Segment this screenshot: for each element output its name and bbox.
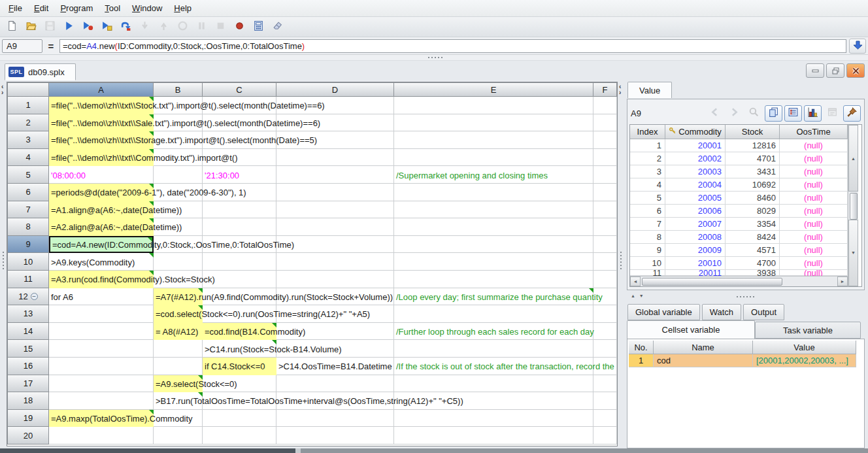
variable-row-cod[interactable]: 1cod[20001,20002,20003, ...]: [629, 354, 863, 367]
cell-B5[interactable]: [154, 166, 203, 184]
value-row-6[interactable]: 6200068029(null): [630, 205, 848, 218]
row-header-12[interactable]: 12−: [7, 288, 49, 306]
value-row-4[interactable]: 42000410692(null): [630, 178, 848, 192]
breakpoint-button[interactable]: [232, 20, 246, 34]
cell-E14-content[interactable]: /Further loop through each sales record …: [394, 323, 593, 341]
menu-tool[interactable]: Tool: [99, 1, 126, 15]
value-row-11[interactable]: 11200113938(null): [630, 270, 848, 276]
tab-cellset-variable[interactable]: Cellset variable: [627, 320, 755, 339]
row-header-19[interactable]: 19: [7, 410, 49, 428]
detail-view-button[interactable]: [784, 105, 802, 122]
tab-task-variable[interactable]: Task variable: [755, 322, 861, 339]
scrollbar-thumb[interactable]: [850, 193, 858, 219]
cell-A3-content[interactable]: =file("..\\demo\\zh\\txt\\Storage.txt").…: [49, 131, 154, 149]
cell-A1-content[interactable]: =file("..\\demo\\zh\\txt\\Stock.txt").im…: [49, 97, 154, 114]
row-header-7[interactable]: 7: [7, 201, 49, 219]
clear-button[interactable]: [270, 20, 284, 34]
value-row-2[interactable]: 2200024701(null): [630, 152, 848, 165]
scrollbar-thumb[interactable]: [642, 278, 782, 286]
cell-D8[interactable]: [276, 218, 394, 236]
cell-A11-content[interactable]: =A3.run(cod.find(Commodity).Stock=Stock): [49, 271, 154, 288]
panel-splitter[interactable]: ‹›: [618, 80, 627, 448]
cell-E10[interactable]: [394, 253, 593, 271]
row-header-13[interactable]: 13: [7, 305, 49, 323]
collapse-row-icon[interactable]: −: [31, 293, 38, 300]
cell-A9-content[interactable]: =cod=A4.new(ID:Commodity,0:Stock,:OosTim…: [49, 236, 154, 254]
cell-A15[interactable]: [49, 340, 154, 358]
column-header-F[interactable]: F: [593, 82, 617, 97]
tab-global-variable[interactable]: Global variable: [627, 304, 700, 320]
value-row-8[interactable]: 8200088424(null): [630, 231, 848, 244]
cell-E8[interactable]: [394, 218, 593, 236]
left-splitter-strip[interactable]: ‹›: [0, 80, 7, 448]
cell-F9[interactable]: [593, 236, 617, 254]
cell-F20[interactable]: [593, 427, 617, 445]
variable-header-name[interactable]: Name: [654, 341, 753, 354]
value-header-oostime[interactable]: OosTime: [780, 125, 848, 139]
cell-A14[interactable]: [49, 323, 154, 341]
column-header-E[interactable]: E: [394, 82, 593, 97]
cell-F17[interactable]: [593, 375, 617, 393]
cell-E1[interactable]: [394, 97, 593, 114]
panel-vertical-splitter[interactable]: ▲ ▼: [627, 290, 865, 303]
cell-F6[interactable]: [593, 184, 617, 201]
cell-F4[interactable]: [593, 149, 617, 167]
cell-E5-content[interactable]: /Supermarket opening and closing times: [394, 166, 593, 184]
cell-C7[interactable]: [203, 201, 276, 219]
cell-A7-content[interactable]: =A1.align@a(A6:~,date(Datetime)): [49, 201, 154, 219]
cell-D10[interactable]: [276, 253, 394, 271]
equals-button[interactable]: =: [45, 41, 57, 52]
row-header-2[interactable]: 2: [7, 114, 49, 132]
document-tab[interactable]: SPL db09.splx: [5, 63, 76, 80]
cell-F2[interactable]: [593, 114, 617, 132]
cell-B16[interactable]: [154, 358, 203, 375]
cell-A16[interactable]: [49, 358, 154, 375]
cell-F1[interactable]: [593, 97, 617, 114]
cell-A6-content[interactable]: =periods@d(date("2009-6-1"), date("2009-…: [49, 184, 154, 201]
tab-value[interactable]: Value: [627, 82, 672, 98]
cell-F13[interactable]: [593, 305, 617, 323]
cell-E2[interactable]: [394, 114, 593, 132]
value-row-3[interactable]: 3200033431(null): [630, 165, 848, 178]
cell-F5[interactable]: [593, 166, 617, 184]
cell-D19[interactable]: [276, 410, 394, 428]
execute-button[interactable]: [61, 20, 76, 34]
column-header-B[interactable]: B: [154, 82, 203, 97]
cell-C5-content[interactable]: '21:30:00: [203, 166, 276, 184]
cell-A4-content[interactable]: =file("..\\demo\\zh\\txt\\Commodity.txt"…: [49, 149, 154, 167]
menu-program[interactable]: Program: [54, 1, 99, 15]
cell-E20[interactable]: [394, 427, 593, 445]
cell-C10[interactable]: [203, 253, 276, 271]
cell-F15[interactable]: [593, 340, 617, 358]
cell-D5[interactable]: [276, 166, 394, 184]
cell-B15[interactable]: [154, 340, 203, 358]
cell-B10[interactable]: [154, 253, 203, 271]
row-header-3[interactable]: 3: [7, 131, 49, 149]
close-button[interactable]: [846, 63, 865, 78]
calculate-area-button[interactable]: [251, 20, 265, 34]
run-to-cursor-button[interactable]: [118, 20, 133, 34]
cell-E9[interactable]: [394, 236, 593, 254]
variable-header-no[interactable]: No.: [629, 341, 654, 354]
cell-D6[interactable]: [276, 184, 394, 201]
open-file-button[interactable]: [24, 20, 38, 34]
cell-B14-content[interactable]: = A8(#A12): [154, 323, 203, 341]
cell-E11[interactable]: [394, 271, 593, 288]
row-header-16[interactable]: 16: [7, 358, 49, 375]
row-header-18[interactable]: 18: [7, 392, 49, 410]
cell-D20[interactable]: [276, 427, 394, 445]
grid-corner-cell[interactable]: [7, 82, 49, 97]
cell-A12-content[interactable]: for A6: [49, 288, 154, 306]
row-header-5[interactable]: 5: [7, 166, 49, 184]
cell-C14-content[interactable]: =cod.find(B14.Commodity): [203, 323, 276, 341]
debug-execute-button[interactable]: [80, 20, 95, 34]
cell-E15[interactable]: [394, 340, 593, 358]
cell-E4[interactable]: [394, 149, 593, 167]
scrollbar-thumb[interactable]: [0, 448, 295, 453]
cell-E7[interactable]: [394, 201, 593, 219]
cell-A18[interactable]: [49, 392, 154, 410]
step-execute-button[interactable]: [99, 20, 114, 34]
cell-D16-content[interactable]: >C14.OosTime=B14.Datetime: [276, 358, 394, 375]
row-header-8[interactable]: 8: [7, 218, 49, 236]
scroll-up-icon[interactable]: ▲: [848, 125, 858, 192]
